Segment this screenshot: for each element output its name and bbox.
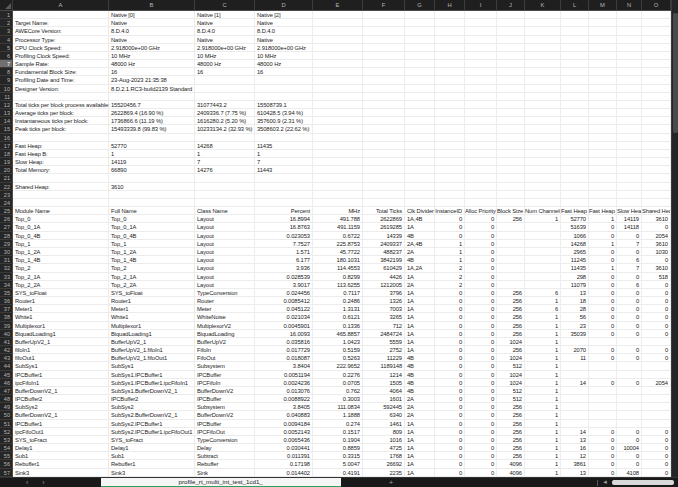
cell[interactable]	[435, 117, 465, 125]
cell[interactable]: InstanceID	[435, 207, 465, 215]
cell[interactable]: 2070	[561, 346, 589, 354]
cell[interactable]: 15508739.1	[255, 101, 313, 109]
cell[interactable]: 0	[617, 322, 642, 330]
cell[interactable]	[405, 93, 435, 101]
cell[interactable]: 35039	[561, 330, 589, 338]
cell[interactable]: 1A	[405, 444, 435, 452]
cell[interactable]: 7	[195, 158, 255, 166]
cell[interactable]: Slow Heap:	[13, 158, 109, 166]
cell[interactable]: Top_1_2A	[13, 248, 109, 256]
cell[interactable]: Top_1	[13, 240, 109, 248]
cell[interactable]: Top_2_1A	[13, 273, 109, 281]
cell[interactable]	[195, 183, 255, 191]
cell[interactable]: IPCFifoOut	[195, 428, 255, 436]
cell[interactable]: 1A	[405, 420, 435, 428]
cell[interactable]: Native	[255, 19, 313, 27]
cell[interactable]: 0	[435, 346, 465, 354]
cell[interactable]: 0	[435, 215, 465, 223]
cell[interactable]: 0	[589, 248, 617, 256]
cell[interactable]: 28	[561, 305, 589, 313]
cell[interactable]	[642, 76, 671, 84]
row-header[interactable]: 5	[0, 44, 13, 52]
cell[interactable]	[642, 387, 671, 395]
cell[interactable]: 1	[525, 297, 561, 305]
cell[interactable]: 2619285	[363, 223, 405, 231]
cell[interactable]: 0.5159	[313, 346, 363, 354]
cell[interactable]	[561, 60, 589, 68]
cell[interactable]: Layout	[195, 232, 255, 240]
cell[interactable]: Top_1_4B	[13, 256, 109, 264]
cell[interactable]: 3796	[363, 289, 405, 297]
cell[interactable]: Processor Type:	[13, 36, 109, 44]
cell[interactable]	[313, 166, 363, 174]
cell[interactable]: 1	[435, 248, 465, 256]
row-header[interactable]: 34	[0, 281, 13, 289]
cell[interactable]	[589, 76, 617, 84]
cell[interactable]: 0	[589, 452, 617, 460]
cell[interactable]	[255, 183, 313, 191]
cell[interactable]	[405, 125, 435, 133]
column-header[interactable]: M	[589, 0, 617, 10]
cell[interactable]	[561, 150, 589, 158]
cell[interactable]: 23-Aug-2023 21:35:38	[109, 76, 195, 84]
cell[interactable]: 0.1336	[313, 322, 363, 330]
row-header[interactable]: 42	[0, 346, 13, 354]
cell[interactable]	[617, 142, 642, 150]
cell[interactable]: 0.0051194	[255, 371, 313, 379]
cell[interactable]: 1A	[405, 469, 435, 477]
cell[interactable]	[525, 125, 561, 133]
cell[interactable]: 0	[465, 444, 497, 452]
cell[interactable]: 3842199	[363, 256, 405, 264]
cell[interactable]: 0	[642, 281, 671, 289]
cell[interactable]: Sub1	[13, 452, 109, 460]
cell[interactable]	[589, 166, 617, 174]
cell[interactable]: 256	[497, 444, 525, 452]
cell[interactable]: 2A	[405, 281, 435, 289]
cell[interactable]	[589, 109, 617, 117]
cell[interactable]: BiquadLoading1	[109, 330, 195, 338]
cell[interactable]: 2235	[363, 469, 405, 477]
cell[interactable]: 11435	[255, 142, 313, 150]
cell[interactable]: 0	[617, 379, 642, 387]
cell[interactable]	[405, 158, 435, 166]
cell[interactable]: 0.023053	[255, 232, 313, 240]
cell[interactable]: 1	[255, 150, 313, 158]
cell[interactable]: 1.1888	[313, 411, 363, 419]
row-header[interactable]: 43	[0, 354, 13, 362]
cell[interactable]: 1	[109, 150, 195, 158]
cell[interactable]	[642, 125, 671, 133]
cell[interactable]: 2054	[642, 379, 671, 387]
cell[interactable]	[642, 60, 671, 68]
cell[interactable]	[497, 264, 525, 272]
cell[interactable]	[589, 191, 617, 199]
cell[interactable]	[617, 101, 642, 109]
cell[interactable]	[195, 76, 255, 84]
cell[interactable]	[589, 150, 617, 158]
cell[interactable]	[313, 52, 363, 60]
cell[interactable]: 512	[497, 387, 525, 395]
cell[interactable]: Layout	[195, 215, 255, 223]
cell[interactable]: 0	[642, 223, 671, 231]
cell[interactable]: 0	[589, 223, 617, 231]
cell[interactable]: Sink	[195, 469, 255, 477]
column-header[interactable]: N	[617, 0, 642, 10]
cell[interactable]	[525, 240, 561, 248]
cell[interactable]: 113.6255	[313, 281, 363, 289]
cell[interactable]: 0.8299	[313, 273, 363, 281]
cell[interactable]	[589, 117, 617, 125]
cell[interactable]: 31077443.2	[195, 101, 255, 109]
cell[interactable]: 1A	[405, 452, 435, 460]
cell[interactable]: 0	[617, 297, 642, 305]
cell[interactable]	[525, 27, 561, 35]
cell[interactable]	[255, 93, 313, 101]
cell[interactable]: 0.035816	[255, 338, 313, 346]
cell[interactable]: 0	[642, 436, 671, 444]
cell[interactable]: 491.788	[313, 215, 363, 223]
cell[interactable]	[497, 134, 525, 142]
cell[interactable]: 0	[435, 469, 465, 477]
cell[interactable]: 0.0045901	[255, 322, 313, 330]
cell[interactable]	[109, 199, 195, 207]
cell[interactable]: 0	[465, 273, 497, 281]
cell[interactable]: Num Channels	[525, 207, 561, 215]
cell[interactable]: 1326	[363, 297, 405, 305]
